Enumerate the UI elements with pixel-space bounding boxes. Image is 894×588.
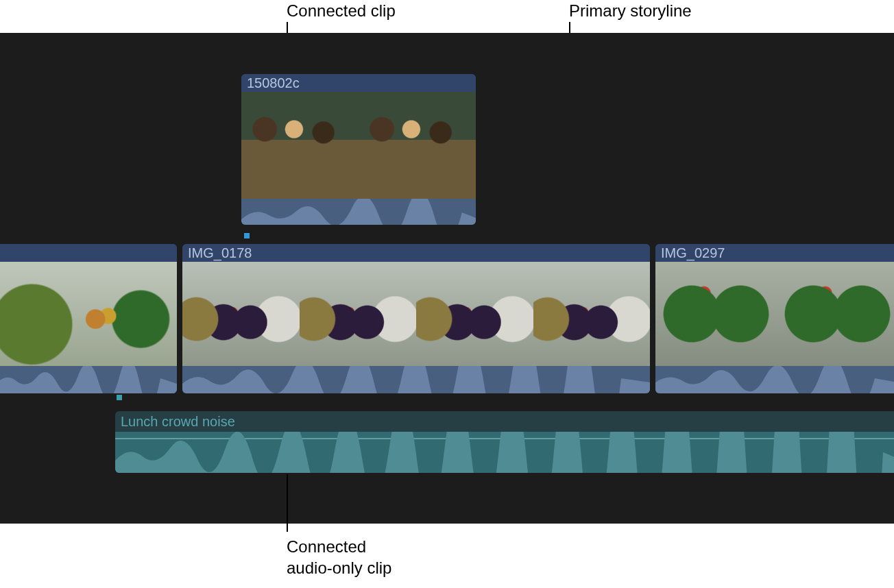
clip-thumbnail — [655, 262, 777, 366]
primary-clip-waveform — [655, 366, 894, 393]
primary-clip[interactable]: IMG_0297 — [655, 244, 894, 393]
label-line: Connected — [287, 537, 366, 556]
clip-thumbnail — [300, 262, 417, 366]
primary-clip[interactable]: IMG_0178 — [182, 244, 650, 393]
clip-thumbnail — [241, 92, 359, 199]
primary-clip-waveform — [0, 366, 177, 393]
clip-thumbnail — [416, 262, 533, 366]
label-connected-clip: Connected clip — [287, 0, 396, 21]
connected-clip-waveform — [241, 199, 476, 225]
label-line: audio-only clip — [287, 559, 391, 577]
primary-clip-waveform — [182, 366, 650, 393]
label-connected-audio: Connected audio-only clip — [287, 536, 391, 578]
connection-pin — [117, 395, 122, 400]
primary-clip-title: IMG_0178 — [182, 244, 650, 262]
leader-connected-audio — [287, 474, 288, 532]
primary-clip[interactable] — [0, 244, 177, 393]
clip-thumbnail — [533, 262, 651, 366]
audio-clip[interactable]: Lunch crowd noise — [115, 411, 894, 473]
clip-thumbnail — [359, 92, 476, 199]
clip-thumbnail — [0, 262, 177, 366]
clip-thumbnail — [182, 262, 300, 366]
label-primary-storyline: Primary storyline — [569, 0, 692, 21]
connected-clip-title: 150802c — [241, 74, 476, 92]
clip-thumbnail — [777, 262, 894, 366]
primary-clip-title — [0, 244, 177, 262]
audio-clip-title: Lunch crowd noise — [115, 411, 894, 432]
primary-clip-title: IMG_0297 — [655, 244, 894, 262]
timeline[interactable]: 150802c IMG_01 — [0, 33, 894, 524]
audio-clip-waveform — [115, 432, 894, 473]
connection-pin — [244, 233, 250, 238]
connected-clip[interactable]: 150802c — [241, 74, 476, 225]
